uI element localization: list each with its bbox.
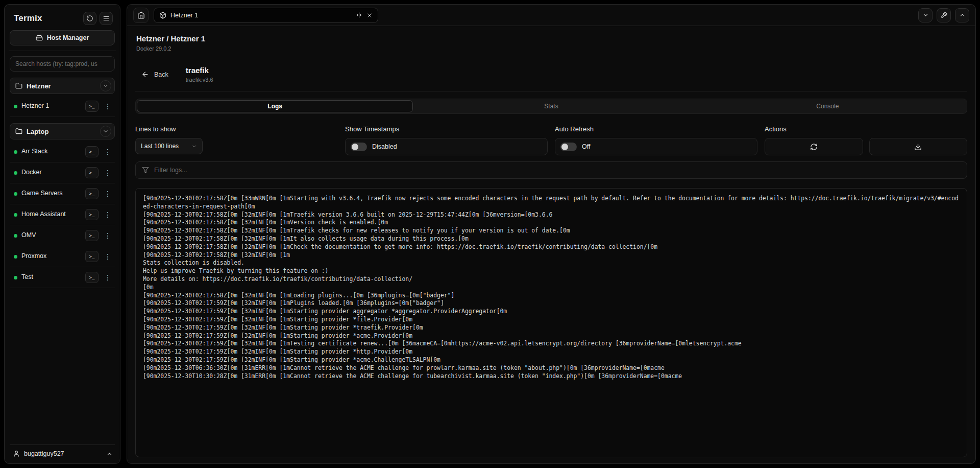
refresh-hosts-button[interactable] — [83, 12, 96, 25]
open-terminal-button[interactable]: >_ — [85, 251, 99, 262]
lines-value: Last 100 lines — [141, 143, 187, 150]
log-controls: Lines to show Last 100 lines Show Timest… — [135, 125, 967, 155]
refresh-icon — [810, 143, 818, 151]
folder-icon — [15, 128, 22, 135]
autorefresh-switch[interactable] — [560, 143, 577, 151]
open-terminal-button[interactable]: >_ — [85, 146, 99, 157]
tabstrip-actions — [918, 8, 969, 22]
tools-button[interactable] — [937, 8, 951, 22]
open-terminal-button[interactable]: >_ — [85, 272, 99, 283]
status-online-dot — [14, 213, 17, 217]
host-manager-label: Host Manager — [47, 34, 89, 41]
expand-panel-button[interactable] — [955, 8, 969, 22]
host-menu-button[interactable]: ⋮ — [103, 251, 113, 262]
host-row[interactable]: Docker >_ ⋮ — [10, 162, 115, 183]
lines-select[interactable]: Last 100 lines — [135, 138, 203, 154]
tab-stats[interactable]: Stats — [413, 100, 689, 112]
host-name: Docker — [21, 169, 81, 177]
chevron-down-icon — [103, 83, 109, 89]
rotate-ccw-icon — [86, 15, 93, 22]
collapse-panel-button[interactable] — [918, 8, 933, 22]
wrench-icon — [941, 12, 947, 18]
log-panel[interactable]: [90m2025-12-30T02:17:58Z[0m [33mWRN[0m [… — [135, 188, 967, 457]
kebab-icon: ⋮ — [104, 190, 111, 198]
breadcrumb-title: Hetzner / Hetzner 1 — [136, 34, 966, 43]
timestamps-control: Show Timestamps Disabled — [345, 125, 548, 155]
host-name: Game Servers — [21, 190, 81, 198]
group-header-laptop[interactable]: Laptop — [10, 123, 115, 139]
tab-hetzner-1[interactable]: Hetzner 1 — [154, 8, 378, 23]
home-icon — [137, 11, 145, 19]
host-menu-button[interactable]: ⋮ — [103, 188, 113, 199]
group-name: Laptop — [27, 128, 96, 135]
user-footer[interactable]: bugattiguy527 — [10, 444, 115, 458]
chevron-down-icon — [103, 128, 109, 134]
split-view-button[interactable] — [356, 12, 362, 18]
user-menu-toggle-button[interactable] — [106, 451, 113, 457]
host-menu-button[interactable]: ⋮ — [103, 230, 113, 241]
log-output: [90m2025-12-30T02:17:58Z[0m [33mWRN[0m [… — [143, 195, 960, 380]
docker-version: Docker 29.0.2 — [136, 45, 966, 52]
collapse-group-button[interactable] — [100, 126, 111, 137]
host-row[interactable]: Proxmox >_ ⋮ — [10, 246, 115, 267]
chevron-up-icon — [959, 12, 966, 18]
back-button[interactable]: Back — [141, 71, 168, 78]
container-identity: traefik traefik:v3.6 — [186, 66, 213, 83]
host-row[interactable]: Hetzner 1 >_ ⋮ — [10, 96, 115, 117]
timestamps-switch[interactable] — [351, 143, 367, 151]
host-menu-button[interactable]: ⋮ — [103, 146, 113, 157]
tab-label: Hetzner 1 — [170, 12, 198, 19]
host-row[interactable]: Home Assistant >_ ⋮ — [10, 204, 115, 225]
timestamps-toggle-box[interactable]: Disabled — [345, 138, 548, 155]
host-name: Arr Stack — [21, 148, 81, 156]
host-menu-button[interactable]: ⋮ — [103, 167, 113, 178]
container-icon — [159, 12, 166, 19]
download-icon — [914, 143, 922, 151]
filter-logs-input[interactable] — [154, 167, 961, 174]
sidebar: Termix Host Manager Hetzner — [4, 4, 120, 464]
open-terminal-button[interactable]: >_ — [85, 209, 99, 220]
open-terminal-button[interactable]: >_ — [85, 230, 99, 241]
timestamps-label: Show Timestamps — [345, 125, 548, 133]
host-menu-button[interactable]: ⋮ — [103, 272, 113, 283]
host-menu-button[interactable]: ⋮ — [103, 209, 113, 220]
download-logs-button[interactable] — [869, 138, 968, 155]
group-name: Hetzner — [27, 82, 96, 90]
host-manager-button[interactable]: Host Manager — [10, 30, 115, 45]
tab-console[interactable]: Console — [690, 100, 966, 112]
autorefresh-toggle-box[interactable]: Off — [555, 138, 757, 155]
split-icon — [356, 12, 362, 18]
open-terminal-button[interactable]: >_ — [85, 101, 99, 112]
close-icon — [366, 12, 373, 18]
autorefresh-label: Auto Refresh — [555, 125, 757, 133]
timestamps-value: Disabled — [372, 143, 397, 150]
host-name: Home Assistant — [21, 210, 81, 219]
tab-logs[interactable]: Logs — [137, 100, 413, 112]
host-menu-button[interactable]: ⋮ — [103, 101, 113, 112]
sidebar-header: Termix — [10, 10, 115, 30]
host-row[interactable]: Arr Stack >_ ⋮ — [10, 142, 115, 162]
kebab-icon: ⋮ — [104, 102, 111, 110]
status-online-dot — [14, 255, 17, 259]
container-image: traefik:v3.6 — [186, 77, 213, 83]
chevron-down-icon — [922, 12, 929, 18]
search-input[interactable] — [10, 56, 115, 72]
host-row[interactable]: Game Servers >_ ⋮ — [10, 183, 115, 204]
refresh-logs-button[interactable] — [765, 138, 863, 155]
open-terminal-button[interactable]: >_ — [85, 188, 99, 199]
open-terminal-button[interactable]: >_ — [85, 167, 99, 178]
kebab-icon: ⋮ — [104, 273, 111, 282]
kebab-icon: ⋮ — [104, 210, 111, 219]
group-header-hetzner[interactable]: Hetzner — [10, 78, 115, 94]
page-header: Hetzner / Hetzner 1 Docker 29.0.2 — [135, 34, 967, 58]
host-row[interactable]: Test >_ ⋮ — [10, 267, 115, 288]
chevron-up-icon — [106, 451, 113, 457]
status-online-dot — [14, 105, 17, 108]
close-tab-button[interactable] — [366, 12, 373, 18]
host-row[interactable]: OMV >_ ⋮ — [10, 225, 115, 246]
user-icon — [13, 450, 20, 457]
collapse-group-button[interactable] — [100, 80, 111, 91]
sidebar-menu-button[interactable] — [100, 12, 113, 25]
kebab-icon: ⋮ — [104, 148, 111, 156]
home-button[interactable] — [133, 8, 149, 23]
